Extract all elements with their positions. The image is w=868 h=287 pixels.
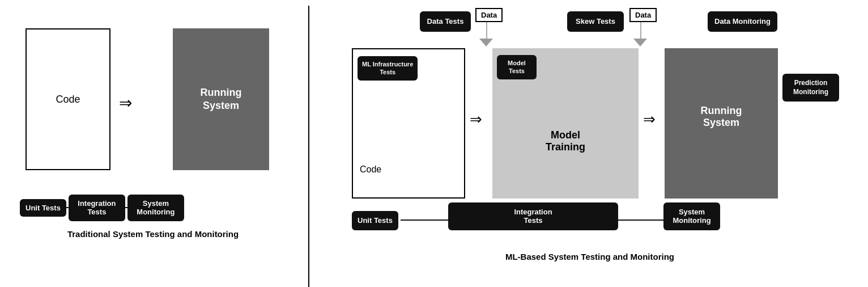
system-monitoring-badge: SystemMonitoring [127,195,184,221]
r-code-label: Code [360,164,381,175]
data-chevron-1 [479,39,493,47]
r-unit-tests-badge: Unit Tests [352,211,398,230]
unit-tests-badge: Unit Tests [20,199,66,217]
main-container: Code ⇒ RunningSystem Unit Tests Integrat… [0,0,868,287]
system-label: SystemMonitoring [137,199,175,217]
r-integration-tests-badge: IntegrationTests [448,202,618,230]
vertical-divider [308,6,309,287]
r-code-box: ML InfrastructureTests Code [352,48,465,199]
left-caption: Traditional System Testing and Monitorin… [67,229,239,239]
data-label-2: Data [629,8,657,22]
model-tests-badge: ModelTests [497,55,537,79]
right-caption: ML-Based System Testing and Monitoring [505,252,674,261]
bottom-connector-2 [624,220,663,221]
arrow-right: ⇒ [119,94,132,112]
ml-infra-badge: ML InfrastructureTests [358,56,418,81]
left-diagram: Code ⇒ RunningSystem Unit Tests Integrat… [0,6,306,239]
r-arrow-1: ⇒ [470,111,482,128]
integration-label: IntegrationTests [78,199,116,217]
data-line-1 [486,22,487,40]
prediction-monitoring-badge: PredictionMonitoring [782,74,839,102]
data-line-2 [640,22,641,40]
right-diagram: Data Tests Data Skew Tests Data [312,6,868,261]
integration-tests-badge: IntegrationTests [69,195,125,221]
code-box: Code [25,28,110,170]
r-arrow-2: ⇒ [643,111,656,128]
data-chevron-2 [633,39,647,47]
r-system-monitoring-badge: SystemMonitoring [663,202,720,230]
model-training-box: ModelTests ModelTraining [492,48,639,199]
running-system-label: RunningSystem [201,86,242,113]
r-running-label: RunningSystem [665,105,778,129]
model-training-label: ModelTraining [492,129,639,153]
data-tests-badge: Data Tests [420,11,471,32]
skew-tests-badge: Skew Tests [567,11,624,32]
r-running-system-box: RunningSystem [665,48,778,199]
data-label-1: Data [475,8,503,22]
running-system-box: RunningSystem [173,28,269,170]
code-label: Code [56,94,80,105]
data-monitoring-badge: Data Monitoring [708,11,777,32]
